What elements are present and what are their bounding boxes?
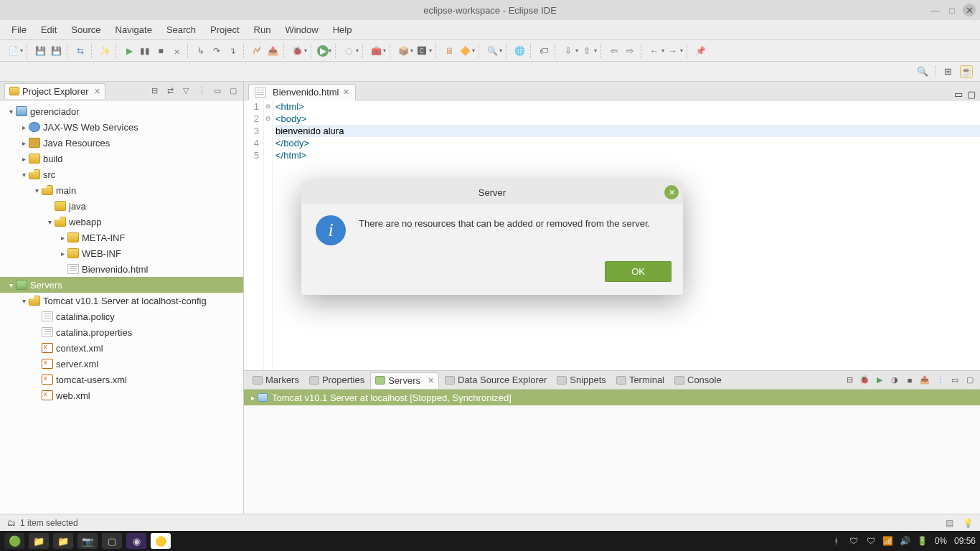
- save-icon[interactable]: 💾: [33, 44, 47, 58]
- resume-icon[interactable]: ▶: [122, 44, 136, 58]
- tab-servers[interactable]: Servers✕: [370, 372, 439, 389]
- suspend-icon[interactable]: ▮▮: [138, 44, 152, 58]
- coverage-icon[interactable]: ◌: [341, 44, 356, 58]
- screenshot-app-icon[interactable]: 📷: [77, 533, 98, 549]
- server-entry[interactable]: ▸ Tomcat v10.1 Server at localhost [Stop…: [244, 390, 980, 405]
- maximize-view-icon[interactable]: ▢: [964, 375, 976, 386]
- sync-icon[interactable]: ⇆: [73, 44, 88, 58]
- fold-column[interactable]: ⊖ ⊖: [264, 100, 273, 370]
- tip-icon[interactable]: 💡: [963, 518, 973, 528]
- next-ann-icon[interactable]: ⇩: [561, 44, 575, 58]
- bienvenido-file-node[interactable]: ▸Bienvenido.html: [0, 261, 243, 277]
- close-tab-icon[interactable]: ✕: [343, 88, 349, 97]
- stepinto-icon[interactable]: ↳: [194, 44, 208, 58]
- filter-icon[interactable]: ▽: [180, 85, 192, 97]
- close-icon[interactable]: ✕: [94, 87, 100, 96]
- main-node[interactable]: ▾main: [0, 182, 243, 198]
- window-minimize-icon[interactable]: —: [928, 4, 941, 17]
- menu-window[interactable]: Window: [278, 22, 325, 38]
- servers-body[interactable]: ▸ Tomcat v10.1 Server at localhost [Stop…: [244, 390, 980, 514]
- menu-navigate[interactable]: Navigate: [108, 22, 159, 38]
- terminal-app-icon[interactable]: ▢: [102, 533, 122, 549]
- tab-markers[interactable]: Markers: [248, 372, 303, 387]
- server-run-icon[interactable]: ▶: [874, 375, 885, 386]
- menu-search[interactable]: Search: [159, 22, 203, 38]
- menu-help[interactable]: Help: [326, 22, 359, 38]
- nav-fwd-icon[interactable]: →: [666, 44, 680, 58]
- menu-run[interactable]: Run: [247, 22, 278, 38]
- new-server-icon[interactable]: 🖥: [442, 44, 456, 58]
- eclipse-app-icon[interactable]: ◉: [126, 533, 146, 549]
- clock[interactable]: 09:56: [954, 536, 976, 546]
- server-publish-icon[interactable]: 📤: [919, 375, 930, 386]
- minimize-view-icon[interactable]: ▭: [949, 375, 961, 386]
- project-explorer-tab[interactable]: Project Explorer ✕: [4, 83, 105, 99]
- menu-edit[interactable]: Edit: [34, 22, 64, 38]
- server-start-icon[interactable]: 🗲: [250, 44, 264, 58]
- files-app-icon[interactable]: 📁: [29, 533, 49, 549]
- stepout-icon[interactable]: ↴: [225, 44, 240, 58]
- tab-console[interactable]: Console: [670, 372, 726, 387]
- java-node[interactable]: ▸java: [0, 198, 243, 214]
- tomcat-config-node[interactable]: ▾Tomcat v10.1 Server at localhost-config: [0, 293, 243, 309]
- server-stop-icon[interactable]: ■: [904, 375, 915, 386]
- jaxws-node[interactable]: ▸JAX-WS Web Services: [0, 119, 243, 135]
- tab-data-source[interactable]: Data Source Explorer: [440, 372, 551, 387]
- server-publish-icon[interactable]: 📤: [265, 44, 280, 58]
- src-node[interactable]: ▾src: [0, 166, 243, 182]
- files2-app-icon[interactable]: 📁: [53, 533, 73, 549]
- build-node[interactable]: ▸build: [0, 151, 243, 166]
- webinf-node[interactable]: ▸WEB-INF: [0, 245, 243, 261]
- server-xml-node[interactable]: ▸server.xml: [0, 356, 243, 372]
- javares-node[interactable]: ▸Java Resources: [0, 135, 243, 151]
- back-nav-icon[interactable]: ⇦: [607, 44, 621, 58]
- shield-icon[interactable]: 🛡: [866, 536, 876, 546]
- project-node[interactable]: ▾gerenciador: [0, 103, 243, 119]
- new-class-icon[interactable]: 🅲: [415, 44, 429, 58]
- quick-access-icon[interactable]: 🔍: [916, 65, 929, 78]
- window-maximize-icon[interactable]: □: [946, 4, 958, 17]
- web-xml-node[interactable]: ▸web.xml: [0, 387, 243, 403]
- stepover-icon[interactable]: ↷: [209, 44, 224, 58]
- wand-icon[interactable]: ✨: [98, 44, 112, 58]
- new-java-icon[interactable]: 📦: [396, 44, 410, 58]
- new-icon[interactable]: 📄: [6, 44, 20, 58]
- server-debug-icon[interactable]: 🐞: [859, 375, 870, 386]
- catalina-props-node[interactable]: ▸catalina.properties: [0, 324, 243, 340]
- menu-project[interactable]: Project: [203, 22, 246, 38]
- tasktag-icon[interactable]: 🏷: [537, 44, 551, 58]
- search2-icon[interactable]: 🔍: [485, 44, 499, 58]
- context-xml-node[interactable]: ▸context.xml: [0, 340, 243, 356]
- java-ee-perspective-icon[interactable]: ☕: [960, 65, 973, 78]
- dialog-close-icon[interactable]: ✕: [664, 185, 679, 199]
- window-close-icon[interactable]: ✕: [963, 4, 976, 17]
- open-type-icon[interactable]: 🔶: [458, 44, 472, 58]
- view-menu-icon[interactable]: ⋮: [934, 375, 946, 386]
- ext-tools-icon[interactable]: 🧰: [369, 44, 383, 58]
- debug-icon[interactable]: 🐞: [290, 44, 304, 58]
- server-profile-icon[interactable]: ◑: [889, 375, 900, 386]
- editor-maximize-icon[interactable]: ▢: [967, 89, 976, 100]
- tab-properties[interactable]: Properties: [305, 372, 369, 387]
- updates-icon[interactable]: 🛡: [849, 536, 859, 546]
- open-perspective-icon[interactable]: ⊞: [941, 65, 954, 78]
- tab-terminal[interactable]: Terminal: [612, 372, 669, 387]
- disc-icon[interactable]: ⨉: [169, 44, 184, 58]
- dialog-titlebar[interactable]: Server ✕: [301, 181, 683, 204]
- metainf-node[interactable]: ▸META-INF: [0, 230, 243, 245]
- tomcat-users-xml-node[interactable]: ▸tomcat-users.xml: [0, 372, 243, 387]
- web-icon[interactable]: 🌐: [512, 44, 527, 58]
- chrome-app-icon[interactable]: 🟡: [151, 533, 171, 549]
- ok-button[interactable]: OK: [605, 261, 672, 282]
- menu-source[interactable]: Source: [64, 22, 108, 38]
- network-icon[interactable]: 📶: [883, 536, 893, 546]
- menu-file[interactable]: File: [4, 22, 34, 38]
- editor-minimize-icon[interactable]: ▭: [954, 89, 963, 100]
- saveall-icon[interactable]: 💾: [49, 44, 63, 58]
- run-icon[interactable]: ▶: [317, 45, 329, 57]
- overview-icon[interactable]: ▤: [946, 518, 956, 528]
- project-tree[interactable]: ▾gerenciador ▸JAX-WS Web Services ▸Java …: [0, 100, 243, 514]
- pin-icon[interactable]: 📌: [693, 44, 707, 58]
- prev-ann-icon[interactable]: ⇧: [580, 44, 594, 58]
- bluetooth-icon[interactable]: ᚼ: [831, 536, 842, 546]
